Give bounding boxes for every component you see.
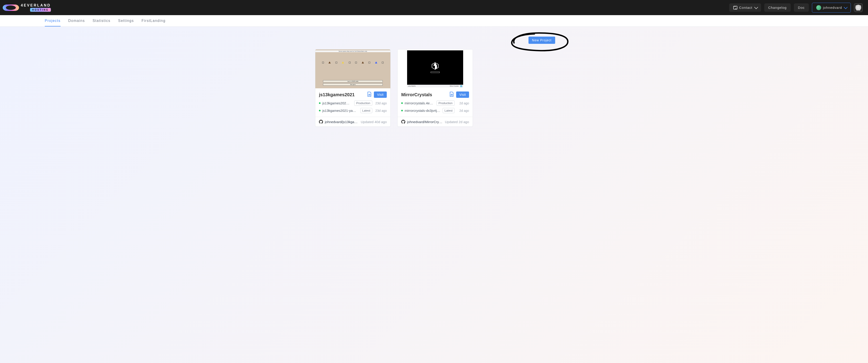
deployment-url[interactable]: js13kgames2021-ya… [322,109,359,112]
tab-domains[interactable]: Domains [68,15,85,26]
action-row: New Project [269,37,599,44]
status-dot-icon [401,102,403,104]
deployment-tag: Production [354,101,372,106]
github-icon [401,120,405,124]
svg-rect-9 [452,94,453,96]
metamask-icon [855,5,861,11]
deployment-url[interactable]: mirrorcrystals.4ev… [405,101,435,105]
project-thumbnail: unity WebGL Mirror Crystals [398,50,473,88]
doc-button[interactable]: Doc [794,3,809,12]
engine-label: unity WebGL [408,86,416,87]
brand[interactable]: 4EVERLAND HOSTING [3,3,51,12]
svg-rect-2 [370,94,370,96]
changelog-label: Changelog [768,6,787,9]
brand-sub: HOSTING [30,8,51,12]
deployment-tag: Latest [360,108,372,113]
svg-rect-8 [452,94,452,96]
svg-rect-0 [368,94,369,96]
project-cards: Some space ships are for Coil Subscriber… [269,49,599,127]
account-button[interactable]: johnedvard [812,3,851,13]
contact-label: Contact [739,6,752,9]
svg-rect-7 [451,94,451,96]
deployment-row: js13kgames2021-ya… Latest 23d ago [319,108,387,113]
deployment-row: js13kgames202… Production 23d ago [319,101,387,106]
deployment-age: 23d ago [374,101,387,105]
progress-bar-icon [431,72,440,73]
statistics-icon[interactable] [367,92,372,98]
deployment-age: 2d ago [456,101,469,105]
statistics-icon[interactable] [450,92,454,98]
project-card[interactable]: unity WebGL Mirror Crystals MirrorCrysta… [397,49,473,127]
tab-projects[interactable]: Projects [45,15,61,26]
deployment-tag: Latest [442,108,455,113]
brand-name: 4EVERLAND [21,3,51,7]
contact-button[interactable]: Contact [729,3,761,12]
new-project-button[interactable]: New Project [528,37,555,44]
doc-label: Doc [798,6,805,9]
wallet-extension-button[interactable] [854,3,863,12]
tab-settings[interactable]: Settings [118,15,134,26]
deployment-url[interactable]: mirrorcrystals-dx3jvrtj… [405,109,441,112]
user-handle: johnedvard [823,6,842,9]
project-title: js13kgames2021 [319,92,365,97]
fullscreen-icon [460,85,462,87]
updated-text: Updated 2d ago [445,120,469,124]
thumb-button: Log in to NEAR wallet [323,80,383,82]
logo-icon [3,3,19,12]
main-nav: Projects Domains Statistics Settings Fir… [0,15,868,27]
visit-button[interactable]: Visit [374,92,387,98]
deployment-row: mirrorcrystals.4ev… Production 2d ago [401,101,469,106]
deployment-url[interactable]: js13kgames202… [322,101,352,105]
project-title: MirrorCrystals [401,92,447,97]
status-dot-icon [401,110,403,111]
project-thumbnail: Some space ships are for Coil Subscriber… [315,50,391,88]
changelog-button[interactable]: Changelog [764,3,791,12]
visit-button[interactable]: Visit [456,92,469,98]
tab-statistics[interactable]: Statistics [92,15,110,26]
project-card[interactable]: Some space ships are for Coil Subscriber… [315,49,391,127]
deployment-row: mirrorcrystals-dx3jvrtj… Latest 2d ago [401,108,469,113]
deployment-tag: Production [436,101,455,106]
app-header: 4EVERLAND HOSTING Contact Changelog Doc … [0,0,868,15]
thumb-caption: Some space ships are for Coil Subscriber… [315,51,391,52]
repo-name[interactable]: johnedvard/MirrorCrys… [407,120,443,124]
chat-icon [733,6,737,9]
content: New Project Some space ships are for Coi… [258,27,610,136]
tab-firstlanding[interactable]: FirstLanding [142,15,165,26]
github-icon [319,120,323,124]
thumb-title-small: Mirror Crystals [450,86,459,87]
status-dot-icon [319,102,320,104]
thumb-button: Start game [323,84,383,86]
svg-rect-1 [369,94,370,96]
deployment-age: 23d ago [374,109,387,112]
header-right: Contact Changelog Doc johnedvard [729,3,863,13]
updated-text: Updated 40d ago [361,120,387,124]
avatar-icon [816,5,821,10]
chevron-down-icon [754,5,758,9]
status-dot-icon [319,110,320,111]
unity-icon [431,62,439,70]
repo-name[interactable]: johnedvard/js13kga… [325,120,359,124]
deployment-age: 2d ago [456,109,469,112]
chevron-down-icon [844,5,848,9]
